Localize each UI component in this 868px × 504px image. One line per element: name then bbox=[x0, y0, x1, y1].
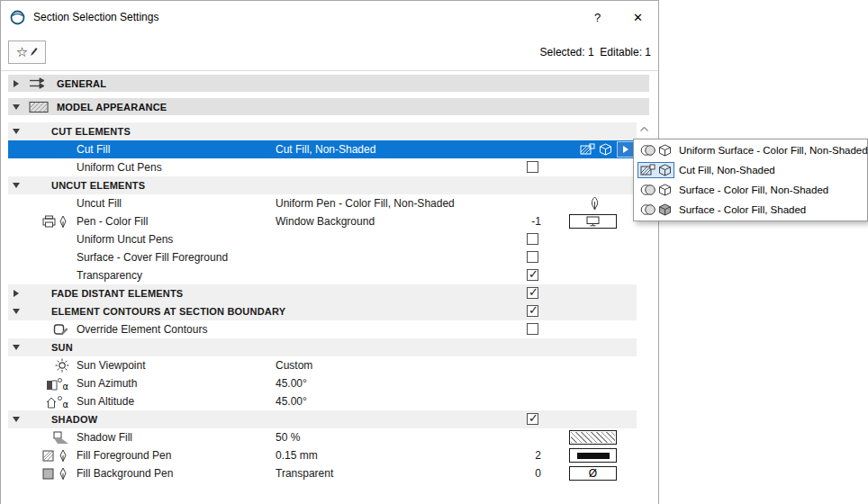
row-cut-fill[interactable]: Cut Fill Cut Fill, Non-Shaded bbox=[8, 140, 637, 158]
uniform-uncut-pens-checkbox[interactable] bbox=[527, 233, 538, 245]
pen-number: 2 bbox=[535, 446, 541, 464]
row-label: Surface - Cover Fill Foreground bbox=[77, 251, 276, 264]
cube-outline-icon bbox=[658, 164, 672, 176]
selection-status: Selected: 1 Editable: 1 bbox=[540, 46, 651, 58]
cube-outline-icon bbox=[658, 184, 672, 196]
scroll-up-button[interactable] bbox=[637, 122, 651, 135]
row-value: 50 % bbox=[276, 431, 505, 444]
row-uniform-uncut-pens[interactable]: Uniform Uncut Pens bbox=[8, 230, 637, 248]
row-sun-azimuth[interactable]: α Sun Azimuth 45.00° bbox=[8, 374, 637, 392]
row-value: 0.15 mm bbox=[276, 449, 505, 462]
fill-foreground-pen-icon bbox=[42, 448, 69, 463]
row-sun-altitude[interactable]: α Sun Altitude 45.00° bbox=[8, 392, 637, 410]
group-label: MODEL APPEARANCE bbox=[57, 102, 167, 112]
row-label: Cut Fill bbox=[77, 143, 276, 156]
section-label: CUT ELEMENTS bbox=[51, 126, 505, 137]
svg-text:α: α bbox=[63, 399, 69, 409]
menu-item-label: Surface - Color Fill, Non-Shaded bbox=[679, 184, 828, 195]
favorites-button[interactable]: ☆ bbox=[8, 40, 46, 64]
group-header-general[interactable]: GENERAL bbox=[8, 75, 649, 92]
section-label: UNCUT ELEMENTS bbox=[51, 180, 505, 191]
section-label: SHADOW bbox=[51, 414, 505, 425]
row-pen-color-fill[interactable]: Pen - Color Fill Window Background -1 bbox=[8, 212, 637, 230]
menu-item-cut-fill-non-shaded[interactable]: Cut Fill, Non-Shaded bbox=[634, 160, 867, 180]
row-fill-background-pen[interactable]: Fill Background Pen Transparent 0 Ø bbox=[8, 464, 637, 482]
pen-color-preview-button[interactable] bbox=[569, 214, 617, 229]
menu-item-surface-color-fill-shaded[interactable]: Surface - Color Fill, Shaded bbox=[634, 200, 867, 220]
collapse-arrow-icon bbox=[13, 345, 20, 350]
model-appearance-icon bbox=[24, 101, 53, 113]
cube-outline-icon bbox=[658, 144, 672, 157]
section-header-sun[interactable]: SUN bbox=[8, 338, 637, 356]
surface-pens-icon bbox=[640, 203, 656, 216]
surface-cover-fill-checkbox[interactable] bbox=[527, 251, 538, 263]
shadow-icon bbox=[51, 431, 69, 445]
row-shadow-fill[interactable]: Shadow Fill 50 % bbox=[8, 428, 637, 446]
pen-set-icon bbox=[42, 214, 69, 229]
row-transparency[interactable]: Transparency bbox=[8, 266, 637, 284]
menu-item-surface-color-fill-non-shaded[interactable]: Surface - Color Fill, Non-Shaded bbox=[634, 180, 867, 200]
menu-item-label: Cut Fill, Non-Shaded bbox=[679, 165, 775, 176]
section-header-uncut-elements[interactable]: UNCUT ELEMENTS bbox=[8, 176, 637, 194]
app-icon bbox=[10, 10, 25, 25]
expand-arrow-icon bbox=[14, 80, 19, 87]
section-label: ELEMENT CONTOURS AT SECTION BOUNDARY bbox=[51, 306, 505, 317]
collapse-arrow-icon bbox=[13, 183, 20, 188]
svg-text:α: α bbox=[63, 381, 69, 391]
help-button[interactable]: ? bbox=[577, 1, 618, 33]
section-header-element-contours[interactable]: ELEMENT CONTOURS AT SECTION BOUNDARY bbox=[8, 302, 637, 320]
row-uncut-fill[interactable]: Uncut Fill Uniform Pen - Color Fill, Non… bbox=[8, 194, 637, 212]
fill-background-pen-preview-button[interactable]: Ø bbox=[569, 466, 617, 481]
row-label: Uncut Fill bbox=[77, 197, 276, 210]
close-button[interactable]: ✕ bbox=[618, 1, 658, 33]
fill-foreground-pen-preview-button[interactable] bbox=[569, 448, 617, 463]
row-uniform-cut-pens[interactable]: Uniform Cut Pens bbox=[8, 158, 637, 176]
element-contours-checkbox[interactable] bbox=[527, 305, 538, 317]
shadow-fill-preview-button[interactable] bbox=[569, 430, 617, 445]
hatch-swatch bbox=[571, 432, 615, 443]
pen-weight-swatch bbox=[577, 453, 610, 459]
row-label: Pen - Color Fill bbox=[77, 215, 276, 228]
row-value: Uniform Pen - Color Fill, Non-Shaded bbox=[276, 197, 505, 210]
section-label: FADE DISTANT ELEMENTS bbox=[51, 288, 505, 299]
dropdown-arrow-icon bbox=[623, 146, 628, 153]
contour-pen-icon bbox=[53, 323, 69, 337]
uniform-cut-pens-checkbox[interactable] bbox=[527, 161, 538, 173]
menu-item-uniform-surface-color-fill[interactable]: Uniform Surface - Color Fill, Non-Shaded bbox=[634, 140, 867, 160]
row-override-element-contours[interactable]: Override Element Contours bbox=[8, 320, 637, 338]
row-value: Cut Fill, Non-Shaded bbox=[276, 143, 505, 156]
row-surface-cover-fill-foreground[interactable]: Surface - Cover Fill Foreground bbox=[8, 248, 637, 266]
collapse-arrow-icon bbox=[13, 129, 20, 134]
section-header-fade-distant-elements[interactable]: FADE DISTANT ELEMENTS bbox=[8, 284, 637, 302]
cut-fill-dropdown-button[interactable] bbox=[617, 141, 634, 158]
general-icon bbox=[24, 77, 53, 89]
pen-icon bbox=[589, 196, 601, 211]
pen-number: 0 bbox=[535, 464, 541, 482]
row-label: Uniform Cut Pens bbox=[77, 161, 276, 174]
favorites-pen-icon bbox=[30, 47, 38, 57]
group-header-model-appearance[interactable]: MODEL APPEARANCE bbox=[8, 98, 649, 115]
row-label: Transparency bbox=[77, 269, 276, 282]
cube-shaded-icon bbox=[658, 203, 672, 216]
fade-distant-checkbox[interactable] bbox=[527, 287, 538, 299]
menu-item-label: Surface - Color Fill, Shaded bbox=[679, 204, 806, 215]
shadow-checkbox[interactable] bbox=[527, 413, 538, 425]
override-contours-checkbox[interactable] bbox=[527, 323, 538, 335]
row-label: Fill Background Pen bbox=[77, 467, 276, 480]
fill-background-pen-icon bbox=[42, 466, 69, 481]
row-fill-foreground-pen[interactable]: Fill Foreground Pen 0.15 mm 2 bbox=[8, 446, 637, 464]
cube-outline-icon bbox=[599, 143, 612, 156]
row-label: Shadow Fill bbox=[77, 431, 276, 444]
section-header-cut-elements[interactable]: CUT ELEMENTS bbox=[8, 122, 637, 140]
collapse-arrow-icon bbox=[13, 104, 20, 110]
surface-pens-icon bbox=[640, 144, 656, 157]
section-header-shadow[interactable]: SHADOW bbox=[8, 410, 637, 428]
section-label: SUN bbox=[51, 342, 505, 353]
menu-item-label: Uniform Surface - Color Fill, Non-Shaded bbox=[679, 145, 868, 156]
row-sun-viewpoint[interactable]: Sun Viewpoint Custom bbox=[8, 356, 637, 374]
transparency-checkbox[interactable] bbox=[527, 269, 538, 281]
empty-set-icon: Ø bbox=[589, 468, 597, 479]
row-value: 45.00° bbox=[276, 395, 505, 408]
row-label: Uniform Uncut Pens bbox=[77, 233, 276, 246]
row-label: Sun Altitude bbox=[77, 395, 276, 408]
